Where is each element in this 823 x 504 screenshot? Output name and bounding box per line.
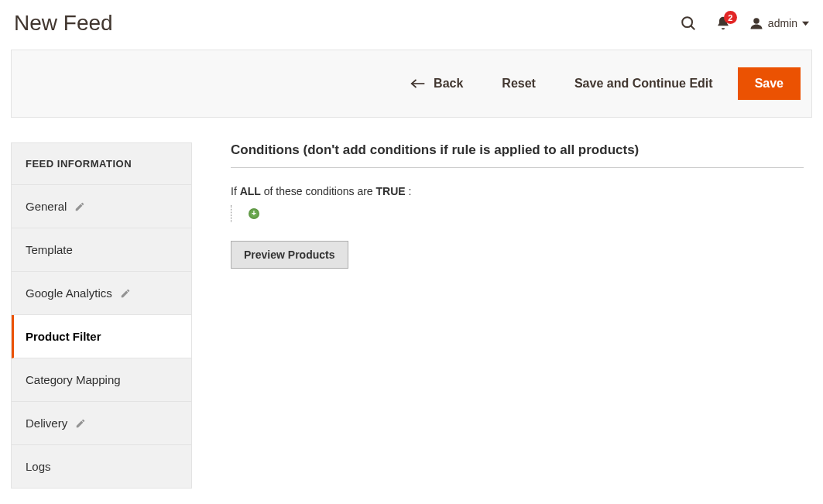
user-menu[interactable]: admin [749,16,809,30]
sidebar-title: FEED INFORMATION [12,143,191,185]
main-content: Conditions (don't add conditions if rule… [231,142,804,269]
action-bar: Back Reset Save and Continue Edit Save [11,50,812,118]
save-button[interactable]: Save [738,67,801,100]
condition-suffix: : [406,185,412,197]
sidebar-item-label: Category Mapping [26,373,121,386]
svg-point-2 [753,18,760,24]
condition-middle: of these conditions are [261,185,376,197]
condition-value[interactable]: TRUE [376,185,406,197]
svg-line-1 [691,26,694,29]
condition-tree: + [231,205,804,222]
pencil-icon [74,201,85,212]
reset-button[interactable]: Reset [488,69,550,98]
save-continue-button[interactable]: Save and Continue Edit [561,69,727,98]
sidebar-item-label: Logs [26,460,51,473]
pencil-icon [120,288,131,299]
condition-aggregator[interactable]: ALL [240,185,261,197]
notifications-badge: 2 [724,11,737,24]
chevron-down-icon [802,20,809,27]
preview-products-button[interactable]: Preview Products [231,241,348,269]
sidebar-item-label: Google Analytics [26,286,112,300]
sidebar-item-label: Delivery [26,417,67,430]
sidebar-item-general[interactable]: General [12,185,191,228]
notifications-icon[interactable]: 2 [715,15,731,31]
back-label: Back [434,77,463,91]
pencil-icon [75,418,86,429]
sidebar-item-google-analytics[interactable]: Google Analytics [12,272,191,315]
arrow-left-icon [410,78,426,89]
sidebar-item-logs[interactable]: Logs [12,445,191,489]
sidebar-item-template[interactable]: Template [12,228,191,272]
user-name: admin [768,17,797,29]
page-title: New Feed [14,11,113,36]
sidebar-item-product-filter[interactable]: Product Filter [12,315,191,358]
header-actions: 2 admin [680,15,809,32]
sidebar-item-label: General [26,200,67,213]
sidebar-item-label: Template [26,243,73,256]
search-icon[interactable] [680,15,697,32]
condition-prefix: If [231,185,240,197]
conditions-section-title: Conditions (don't add conditions if rule… [231,142,804,168]
back-button[interactable]: Back [396,69,477,98]
svg-point-0 [682,17,692,27]
sidebar: FEED INFORMATION GeneralTemplateGoogle A… [11,142,192,489]
sidebar-item-label: Product Filter [26,330,101,343]
sidebar-item-delivery[interactable]: Delivery [12,402,191,445]
add-condition-icon[interactable]: + [249,208,259,219]
sidebar-item-category-mapping[interactable]: Category Mapping [12,358,191,402]
condition-sentence: If ALL of these conditions are TRUE : [231,185,804,197]
user-icon [749,16,763,30]
